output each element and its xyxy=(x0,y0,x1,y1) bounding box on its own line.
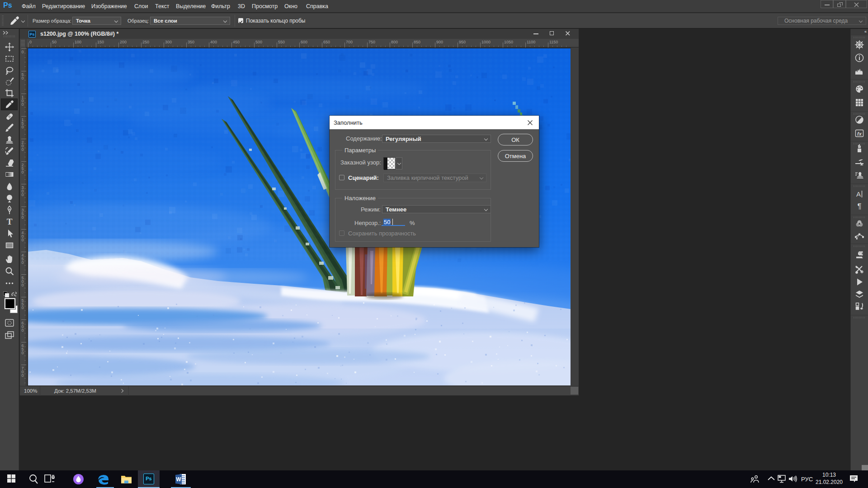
svg-text:A: A xyxy=(856,190,860,198)
svg-text:T: T xyxy=(7,217,13,226)
svg-text:¶: ¶ xyxy=(857,202,861,211)
svg-text:W: W xyxy=(176,476,181,483)
svg-text:fx: fx xyxy=(857,131,862,136)
